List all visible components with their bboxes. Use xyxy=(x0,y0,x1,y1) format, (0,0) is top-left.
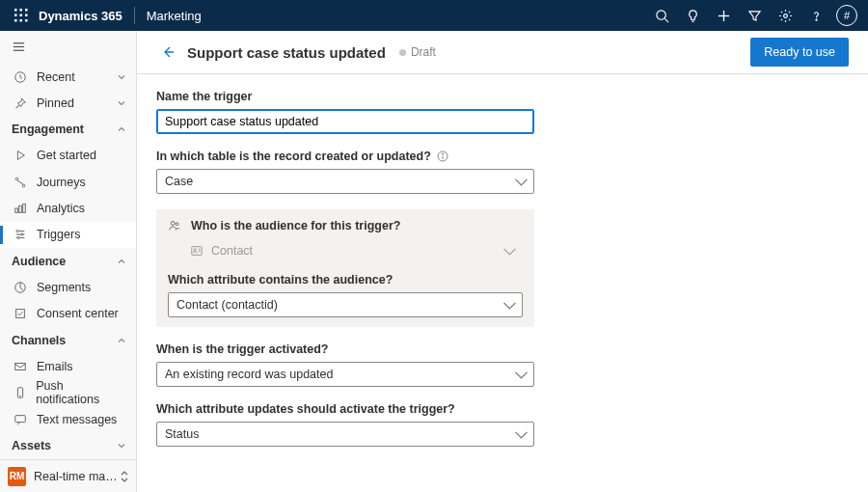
avatar-symbol: # xyxy=(836,5,857,26)
status-dot-icon xyxy=(399,49,406,56)
label-name: Name the trigger xyxy=(156,90,849,103)
info-icon[interactable] xyxy=(437,150,448,162)
svg-rect-0 xyxy=(14,9,17,12)
area-switcher[interactable]: RM Real-time marketi... xyxy=(0,459,136,492)
label-updates: Which attribute updates should activate … xyxy=(156,402,849,416)
svg-point-41 xyxy=(176,223,178,226)
search-icon[interactable] xyxy=(648,2,675,29)
label: Segments xyxy=(37,281,91,294)
label: Channels xyxy=(12,334,66,347)
svg-rect-23 xyxy=(19,205,22,212)
sidebar-group-assets[interactable]: Assets xyxy=(0,433,136,459)
sidebar-group-engagement[interactable]: Engagement xyxy=(0,116,136,142)
trigger-name-input[interactable] xyxy=(156,109,534,134)
svg-rect-8 xyxy=(25,19,28,22)
sidebar-item-recent[interactable]: Recent xyxy=(0,64,136,90)
label: Text messages xyxy=(37,413,117,426)
attribute-select[interactable]: Contact (contactid) xyxy=(168,292,523,317)
svg-rect-5 xyxy=(25,14,28,17)
sidebar-item-pinned[interactable]: Pinned xyxy=(0,90,136,116)
email-icon xyxy=(12,360,29,373)
contact-icon xyxy=(188,244,205,258)
status-badge: Draft xyxy=(399,45,436,59)
label: Journeys xyxy=(37,176,86,189)
svg-rect-2 xyxy=(25,9,28,12)
label: Consent center xyxy=(37,307,119,320)
avatar[interactable]: # xyxy=(833,2,860,29)
sidebar-group-channels[interactable]: Channels xyxy=(0,327,136,353)
audience-panel: Who is the audience for this trigger? Co… xyxy=(156,209,534,327)
chevron-up-icon xyxy=(117,124,126,134)
sidebar-item-analytics[interactable]: Analytics xyxy=(0,195,136,221)
svg-point-39 xyxy=(442,153,443,154)
help-icon[interactable] xyxy=(802,2,829,29)
sidebar-item-get-started[interactable]: Get started xyxy=(0,143,136,169)
svg-rect-22 xyxy=(15,208,18,212)
svg-point-28 xyxy=(16,231,18,232)
svg-rect-24 xyxy=(23,205,26,213)
main: Support case status updated Draft Ready … xyxy=(137,31,868,492)
sidebar-item-triggers[interactable]: Triggers xyxy=(0,222,136,248)
svg-point-14 xyxy=(783,14,787,17)
chevron-down-icon xyxy=(117,72,126,82)
ready-to-use-button[interactable]: Ready to use xyxy=(750,38,849,67)
svg-rect-33 xyxy=(15,363,26,369)
label: Engagement xyxy=(12,123,84,136)
message-icon xyxy=(12,413,29,426)
svg-point-40 xyxy=(171,221,175,225)
status-text: Draft xyxy=(411,45,436,59)
label: Get started xyxy=(37,149,96,162)
app-launcher-icon[interactable] xyxy=(8,9,35,22)
chevron-down-icon xyxy=(117,98,126,108)
label-attr: Which attribute contains the audience? xyxy=(168,273,523,287)
sidebar-item-text[interactable]: Text messages xyxy=(0,406,136,432)
add-icon[interactable] xyxy=(710,2,737,29)
updates-select[interactable]: Status xyxy=(156,422,534,447)
svg-rect-3 xyxy=(14,14,17,17)
chevron-up-icon xyxy=(117,336,126,345)
journey-icon xyxy=(12,176,29,189)
sidebar-item-segments[interactable]: Segments xyxy=(0,274,136,300)
svg-rect-7 xyxy=(20,19,23,22)
back-button[interactable] xyxy=(156,44,179,60)
table-select[interactable]: Case xyxy=(156,169,534,194)
label: Assets xyxy=(12,439,51,452)
play-icon xyxy=(12,149,29,162)
page-header: Support case status updated Draft Ready … xyxy=(137,31,868,74)
sidebar-group-audience[interactable]: Audience xyxy=(0,248,136,274)
hamburger-icon[interactable] xyxy=(0,31,136,64)
sidebar-item-emails[interactable]: Emails xyxy=(0,353,136,379)
svg-rect-36 xyxy=(15,416,26,423)
segments-icon xyxy=(12,281,29,294)
lightbulb-icon[interactable] xyxy=(679,2,706,29)
svg-line-10 xyxy=(665,18,668,22)
people-icon xyxy=(168,219,185,232)
sidebar-item-push[interactable]: Push notifications xyxy=(0,379,136,406)
label: Analytics xyxy=(37,202,85,215)
when-select[interactable]: An existing record was updated xyxy=(156,362,534,387)
sidebar-item-consent[interactable]: Consent center xyxy=(0,301,136,327)
label: Audience xyxy=(12,255,66,268)
analytics-icon xyxy=(12,202,29,215)
svg-rect-32 xyxy=(16,310,25,318)
app-area[interactable]: Marketing xyxy=(147,9,202,23)
svg-point-29 xyxy=(21,233,23,235)
trigger-icon xyxy=(12,228,29,241)
filter-icon[interactable] xyxy=(741,2,768,29)
label: Pinned xyxy=(37,96,74,110)
chevron-up-icon xyxy=(117,257,126,266)
gear-icon[interactable] xyxy=(772,2,799,29)
svg-rect-1 xyxy=(20,9,23,12)
pin-icon xyxy=(12,96,29,110)
area-label: Real-time marketi... xyxy=(34,470,119,483)
svg-point-30 xyxy=(17,237,19,239)
topbar: Dynamics 365 Marketing # xyxy=(0,0,868,31)
svg-rect-6 xyxy=(14,19,17,22)
chevron-down-icon xyxy=(117,441,126,451)
page-title: Support case status updated xyxy=(187,44,386,61)
sidebar: Recent Pinned Engagement Get started Jou… xyxy=(0,31,137,492)
svg-point-15 xyxy=(815,19,816,20)
sidebar-item-journeys[interactable]: Journeys xyxy=(0,169,136,195)
form: Name the trigger In which table is the r… xyxy=(137,74,868,478)
clock-icon xyxy=(12,70,29,84)
